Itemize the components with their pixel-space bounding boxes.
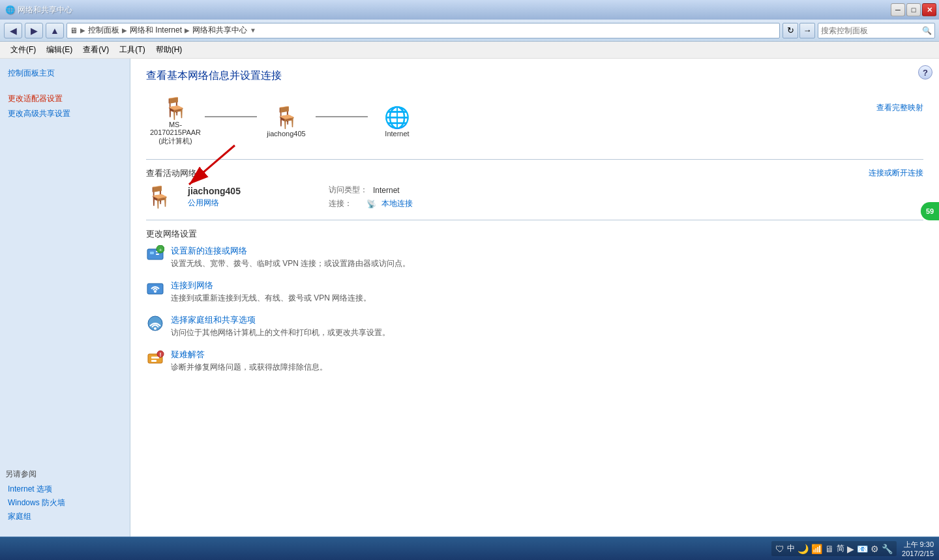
settings-link-1[interactable]: 连接到网络 (171, 280, 923, 291)
taskbar-icon-wrench[interactable]: 🔧 (882, 544, 893, 554)
taskbar-icon-zh[interactable]: 中 (787, 543, 795, 554)
menu-edit[interactable]: 编辑(E) (41, 42, 78, 57)
search-icon[interactable]: 🔍 (922, 26, 932, 35)
taskbar-icon-gear[interactable]: ⚙ (871, 544, 879, 554)
taskbar-icon-monitor[interactable]: 🖥 (825, 544, 834, 554)
menu-view[interactable]: 查看(V) (78, 42, 114, 57)
network-map: 🪑 MS-20170215PAAR(此计算机) 🪑 jiachong405 🌐 … (146, 96, 923, 146)
network-info-table: 🪑 jiachong405 公用网络 访问类型： Internet 连接： 📡 (146, 184, 923, 209)
maximize-button[interactable]: □ (906, 3, 921, 16)
svg-rect-3 (150, 252, 154, 254)
path-segment-1[interactable]: 控制面板 (88, 25, 119, 36)
network-name: jiachong405 (188, 186, 318, 196)
menu-tools[interactable]: 工具(T) (114, 42, 150, 57)
change-network-title: 更改网络设置 (146, 228, 923, 240)
computer-icon: 🪑 (162, 96, 188, 121)
access-type-value: Internet (373, 186, 400, 195)
sidebar-adapter-link[interactable]: 更改适配器设置 (5, 92, 125, 106)
taskbar-icon-play[interactable]: ▶ (847, 544, 854, 554)
svg-rect-14 (151, 360, 156, 362)
active-network-title: 查看活动网络 (146, 168, 197, 179)
settings-link-0[interactable]: 设置新的连接或网络 (171, 245, 923, 257)
svg-text:+: + (159, 247, 162, 253)
back-button[interactable]: ◀ (4, 23, 22, 38)
title-bar: 🌐 网络和共享中心 ─ □ ✕ (0, 0, 939, 20)
main-window: 🌐 网络和共享中心 ─ □ ✕ ◀ ▶ ▲ 🖥 ▶ 控制面板 ▶ 网络和 Int… (0, 0, 939, 560)
divider-1 (146, 159, 923, 160)
path-icon: 🖥 (70, 26, 78, 35)
network-details: 访问类型： Internet 连接： 📡 本地连接 (329, 184, 413, 209)
access-type-row: 访问类型： Internet (329, 184, 413, 196)
connection-row: 连接： 📡 本地连接 (329, 198, 413, 209)
taskbar-icon-email[interactable]: 📧 (857, 544, 868, 554)
sidebar-sharing-link[interactable]: 更改高级共享设置 (5, 107, 125, 121)
window-icon: 🌐 (5, 5, 15, 14)
refresh-button[interactable]: ↻ (782, 23, 798, 38)
search-input[interactable] (821, 26, 919, 35)
change-network-section: 更改网络设置 + 设置新的连接或网络 (146, 228, 923, 373)
taskbar-icon-network[interactable]: 📶 (811, 544, 822, 554)
internet-label: Internet (385, 130, 409, 138)
menu-help[interactable]: 帮助(H) (151, 42, 188, 57)
settings-icon-3: ! (146, 349, 164, 367)
sidebar-homegroup[interactable]: 家庭组 (5, 510, 125, 523)
view-full-map-link[interactable]: 查看完整映射 (876, 102, 923, 113)
settings-icon-0: + (146, 245, 164, 263)
network-line-1 (205, 115, 257, 118)
access-type-label: 访问类型： (329, 184, 368, 196)
svg-rect-5 (156, 254, 159, 255)
search-box: 🔍 (818, 23, 935, 38)
page-title: 查看基本网络信息并设置连接 (146, 69, 923, 83)
settings-desc-0: 设置无线、宽带、拨号、临时或 VPN 连接；或设置路由器或访问点。 (171, 258, 923, 269)
settings-item-2: 选择家庭组和共享选项 访问位于其他网络计算机上的文件和打印机，或更改共享设置。 (146, 314, 923, 338)
sidebar-bottom: 另请参阅 Internet 选项 Windows 防火墙 家庭组 (5, 469, 125, 529)
up-button[interactable]: ▲ (46, 23, 64, 38)
forward-button[interactable]: ▶ (25, 23, 43, 38)
disconnect-link[interactable]: 连接或断开连接 (869, 168, 923, 179)
active-network-section: 查看活动网络 连接或断开连接 🪑 jiachong405 公用网络 访问类型： … (146, 168, 923, 209)
settings-content-2: 选择家庭组和共享选项 访问位于其他网络计算机上的文件和打印机，或更改共享设置。 (171, 314, 923, 338)
network-bench-icon: 🪑 (146, 184, 172, 209)
menu-bar: 文件(F) 编辑(E) 查看(V) 工具(T) 帮助(H) (0, 42, 939, 59)
sidebar-internet-options[interactable]: Internet 选项 (5, 482, 125, 496)
path-segment-3[interactable]: 网络和共享中心 (192, 25, 247, 36)
settings-link-3[interactable]: 疑难解答 (171, 349, 923, 361)
network-type-link[interactable]: 公用网络 (188, 198, 318, 209)
minimize-button[interactable]: ─ (891, 3, 905, 16)
title-bar-controls: ─ □ ✕ (891, 3, 936, 16)
path-segment-2[interactable]: 网络和 Internet (130, 25, 182, 36)
address-actions: ↻ → (782, 23, 815, 38)
green-badge: 59 (921, 202, 939, 220)
sidebar-firewall[interactable]: Windows 防火墙 (5, 496, 125, 510)
taskbar-time: 上午 9:30 2017/2/15 (902, 540, 934, 557)
taskbar-icon-jian[interactable]: 简 (837, 543, 844, 554)
settings-desc-1: 连接到或重新连接到无线、有线、拨号或 VPN 网络连接。 (171, 293, 923, 304)
settings-desc-2: 访问位于其他网络计算机上的文件和打印机，或更改共享设置。 (171, 327, 923, 338)
address-bar: ◀ ▶ ▲ 🖥 ▶ 控制面板 ▶ 网络和 Internet ▶ 网络和共享中心 … (0, 20, 939, 42)
settings-content-1: 连接到网络 连接到或重新连接到无线、有线、拨号或 VPN 网络连接。 (171, 280, 923, 304)
network-node-router: 🪑 jiachong405 (257, 105, 316, 138)
taskbar: 🛡 中 🌙 📶 🖥 简 ▶ 📧 ⚙ 🔧 上午 9:30 2017/2/15 (0, 537, 939, 560)
address-path[interactable]: 🖥 ▶ 控制面板 ▶ 网络和 Internet ▶ 网络和共享中心 ▼ (67, 23, 780, 38)
taskbar-icon-shield[interactable]: 🛡 (775, 544, 784, 554)
network-line-2 (316, 115, 368, 118)
window-title: 网络和共享中心 (18, 5, 72, 16)
close-button[interactable]: ✕ (922, 3, 936, 16)
settings-icon-1 (146, 280, 164, 298)
connection-icon: 📡 (366, 199, 376, 209)
connection-link[interactable]: 本地连接 (381, 198, 413, 209)
svg-text:!: ! (160, 351, 162, 358)
svg-rect-13 (151, 357, 159, 359)
taskbar-icons: 🛡 中 🌙 📶 🖥 简 ▶ 📧 ⚙ 🔧 (771, 541, 897, 556)
menu-file[interactable]: 文件(F) (5, 42, 41, 57)
computer-label: MS-20170215PAAR(此计算机) (146, 121, 205, 146)
sidebar-home-link[interactable]: 控制面板主页 (5, 66, 125, 80)
forward-arrow-button[interactable]: → (799, 23, 815, 38)
settings-desc-3: 诊断并修复网络问题，或获得故障排除信息。 (171, 362, 923, 373)
settings-link-2[interactable]: 选择家庭组和共享选项 (171, 314, 923, 326)
settings-item-1: 连接到网络 连接到或重新连接到无线、有线、拨号或 VPN 网络连接。 (146, 280, 923, 304)
network-name-group: jiachong405 公用网络 (188, 186, 318, 209)
taskbar-icon-moon[interactable]: 🌙 (797, 544, 809, 554)
network-node-internet: 🌐 Internet (368, 105, 426, 138)
help-button[interactable]: ? (918, 65, 932, 80)
